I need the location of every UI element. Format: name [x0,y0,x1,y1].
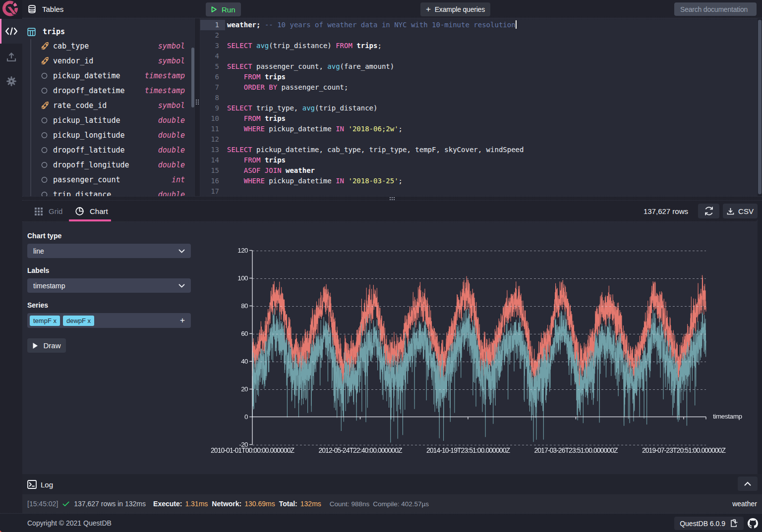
play-icon [211,6,217,13]
status-bar: [15:45:02] 137,627 rows in 132ms Execute… [22,494,762,513]
column-row-dropoff_latitude[interactable]: dropoff_latitudedouble [22,143,194,158]
code-token-pl [227,125,244,133]
draw-button[interactable]: Draw [27,338,66,353]
line-number: 16 [200,176,219,186]
code-line-11: WHERE pickup_datetime IN '2018-06;2w'; [227,124,403,134]
labels-select[interactable]: timestamp [27,278,191,293]
rail-item-console[interactable] [0,19,22,44]
refresh-button[interactable] [698,204,719,218]
success-check-icon [62,501,69,507]
tables-panel-title: Tables [42,5,63,13]
code-token-pl: (trip_distance) [269,42,336,50]
line-number: 3 [200,41,219,51]
tab-chart[interactable]: Chart [75,201,108,222]
run-button[interactable]: Run [206,2,241,16]
execute-value: 1.31ms [185,500,208,508]
csv-download-button[interactable]: CSV [723,204,758,218]
code-token-kw: IN [336,125,348,133]
csv-label: CSV [738,207,754,215]
column-type: symbol [158,101,185,110]
rail-item-settings[interactable] [0,69,22,94]
column-name: pickup_latitude [53,116,120,125]
drag-dot [198,104,199,105]
line-number: 12 [200,134,219,145]
code-icon [5,27,18,36]
questdb-logo[interactable] [0,0,22,19]
code-token-kw: SELECT [227,42,256,50]
editor-scrollbar[interactable] [758,20,762,194]
column-circle-icon [41,192,48,197]
code-token-kw: SELECT [227,62,256,70]
column-row-trip_distance[interactable]: trip_distancedouble [22,187,194,196]
column-row-rate_code_id[interactable]: rate_code_idsymbol [22,98,194,113]
chart-canvas[interactable] [208,222,762,474]
line-number: 11 [200,124,219,134]
column-row-cab_type[interactable]: cab_typesymbol [22,39,194,53]
column-name: trip_distance [53,190,111,196]
column-row-dropoff_datetime[interactable]: dropoff_datetimetimestamp [22,83,194,98]
column-icon [41,192,48,197]
x-axis-title: timestamp [713,413,742,420]
column-row-dropoff_longitude[interactable]: dropoff_longitudedouble [22,158,194,172]
code-token-pl [227,114,244,122]
search-documentation-input[interactable]: Search documentation [674,2,757,16]
add-series-button[interactable]: + [180,316,185,325]
questdb-logo-icon [0,0,22,19]
sql-editor[interactable]: 1weather; -- 10 years of weather data in… [200,18,762,196]
column-icon [41,177,48,183]
drag-dot [198,100,199,101]
vertical-splitter[interactable] [194,18,200,196]
plus-icon: + [426,4,431,14]
column-type: double [158,116,185,125]
code-token-str: '2018-03-25' [348,177,398,185]
gear-icon [6,76,16,86]
y-axis-tick-label: 120 [237,247,248,254]
code-token-fn: avg [256,42,269,50]
column-row-passenger_count[interactable]: passenger_countint [22,172,194,187]
column-name: vendor_id [53,56,93,65]
series-chip-tempF[interactable]: tempF x [30,316,60,326]
column-name: dropoff_datetime [53,86,125,95]
count-stat: Count: 988ns [330,500,369,508]
active-table-name: weather [732,500,757,508]
column-circle-icon [41,162,48,168]
questdb-console: Tables Run + Example queries Search docu… [0,0,762,532]
column-row-pickup_longitude[interactable]: pickup_longitudedouble [22,128,194,143]
code-line-13: SELECT pickup_datetime, cab_type, trip_t… [227,145,524,155]
line-number: 6 [200,72,219,82]
code-token-pl: pickup_datetime [269,177,336,185]
horizontal-splitter[interactable] [22,196,762,201]
series-chip-dewpF[interactable]: dewpF x [63,316,94,326]
code-token-pl [227,83,244,91]
table-item-trips[interactable]: trips [22,25,65,39]
code-line-16: WHERE pickup_datetime IN '2018-03-25'; [227,176,403,186]
column-name: cab_type [53,42,89,51]
github-icon[interactable] [748,518,758,531]
line-number: 14 [200,155,219,165]
code-token-pl: trip_type, [256,104,302,112]
chart-type-select[interactable]: line [27,244,191,258]
rail-item-import[interactable] [0,45,22,69]
example-queries-button[interactable]: + Example queries [420,2,490,16]
line-number: 2 [200,30,219,41]
column-name: pickup_longitude [53,131,125,140]
column-row-vendor_id[interactable]: vendor_idsymbol [22,53,194,68]
log-panel-header[interactable]: Log [22,474,762,494]
chart-type-label: Chart type [27,232,61,240]
series-input[interactable]: tempF x dewpF x + [27,313,191,328]
code-line-9: SELECT trip_type, avg(trip_distance) [227,103,377,113]
column-name: passenger_count [53,175,120,184]
total-value: 132ms [300,500,321,508]
column-row-pickup_datetime[interactable]: pickup_datetimetimestamp [22,68,194,83]
rows-count: 137,627 rows [644,201,688,222]
code-line-5: SELECT passenger_count, avg(fare_amount) [227,61,394,72]
x-axis-tick-label: 2010-01-01T00:00:00.000000Z [211,446,294,454]
line-number: 7 [200,82,219,93]
column-row-pickup_latitude[interactable]: pickup_latitudedouble [22,113,194,128]
code-token-pl: passenger_count, [256,62,327,70]
code-token-pl: ; [377,42,381,50]
collapse-log-button[interactable] [738,477,758,491]
tab-grid[interactable]: Grid [35,201,62,222]
version-button[interactable]: QuestDB 6.0.9 [674,517,744,530]
draw-label: Draw [43,341,60,350]
